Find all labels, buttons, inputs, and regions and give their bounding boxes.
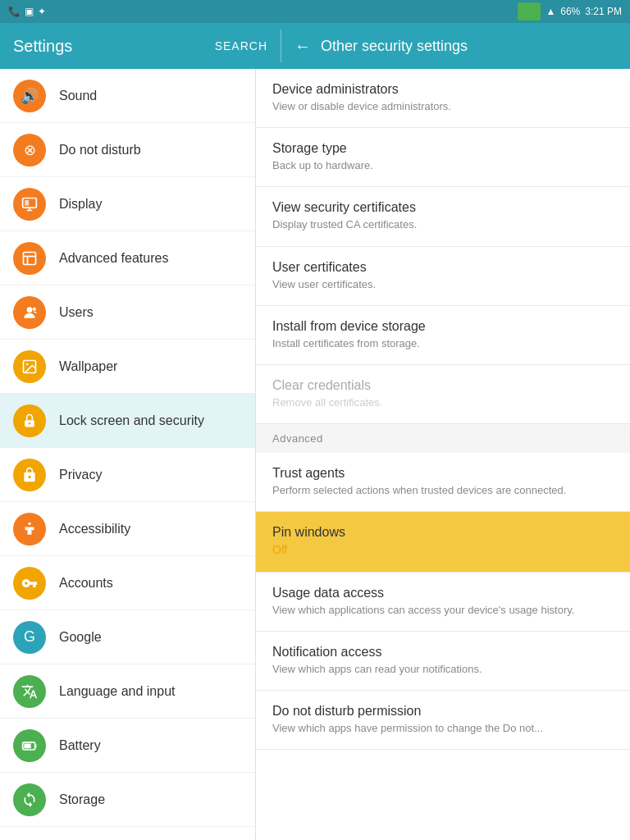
clear-credentials-title: Clear credentials <box>272 378 614 393</box>
display-icon <box>13 188 46 221</box>
content-item-notification-access[interactable]: Notification accessView which apps can r… <box>256 632 630 691</box>
sidebar-label-battery: Battery <box>59 738 101 753</box>
sidebar-item-display[interactable]: Display <box>0 177 255 231</box>
sidebar-item-advanced-features[interactable]: Advanced features <box>0 231 255 285</box>
sidebar-item-google[interactable]: GGoogle <box>0 610 255 664</box>
person-icon: ✦ <box>38 6 46 17</box>
notification-access-title: Notification access <box>272 645 614 660</box>
status-bar: 📞 ▣ ✦ ▲ 66% 3:21 PM <box>0 0 630 23</box>
sidebar-item-accounts[interactable]: Accounts <box>0 556 255 610</box>
sidebar-item-storage[interactable]: Storage <box>0 773 255 827</box>
svg-point-10 <box>29 422 31 425</box>
sidebar-item-accessibility[interactable]: Accessibility <box>0 502 255 556</box>
sidebar-item-lock-screen[interactable]: Lock screen and security <box>0 394 255 448</box>
content-item-device-administrators[interactable]: Device administratorsView or disable dev… <box>256 69 630 128</box>
header-divider <box>281 30 281 62</box>
sidebar-item-language[interactable]: Language and input <box>0 664 255 719</box>
svg-rect-0 <box>23 198 37 208</box>
storage-type-title: Storage type <box>272 141 614 156</box>
do-not-disturb-icon: ⊗ <box>13 134 46 167</box>
device-administrators-title: Device administrators <box>272 82 614 97</box>
user-certificates-subtitle: View user certificates. <box>272 277 614 292</box>
sidebar-label-sound: Sound <box>59 89 97 103</box>
usage-data-access-title: Usage data access <box>272 586 614 600</box>
sidebar-item-privacy[interactable]: Privacy <box>0 448 255 502</box>
content-item-view-security-certificates[interactable]: View security certificatesDisplay truste… <box>256 187 630 246</box>
view-security-certificates-title: View security certificates <box>272 200 614 215</box>
sidebar-label-wallpaper: Wallpaper <box>59 359 117 374</box>
storage-type-subtitle: Back up to hardware. <box>272 158 614 173</box>
status-left-icons: 📞 ▣ ✦ <box>8 6 46 17</box>
content-item-usage-data-access[interactable]: Usage data accessView which applications… <box>256 573 630 632</box>
privacy-icon <box>13 459 46 491</box>
sidebar-item-wallpaper[interactable]: Wallpaper <box>0 340 255 394</box>
install-from-device-storage-subtitle: Install certificates from storage. <box>272 336 614 351</box>
sidebar-item-sound[interactable]: 🔊Sound <box>0 69 255 123</box>
pin-windows-title: Pin windows <box>272 525 614 540</box>
page-title: Other security settings <box>321 38 468 55</box>
section-header-advanced-section: Advanced <box>256 424 630 453</box>
install-from-device-storage-title: Install from device storage <box>272 319 614 334</box>
sound-icon: 🔊 <box>13 80 46 112</box>
do-not-disturb-permission-subtitle: View which apps have permission to chang… <box>272 721 614 736</box>
back-button[interactable]: ← <box>294 37 311 56</box>
battery-icon <box>13 729 46 762</box>
sidebar-label-users: Users <box>59 305 94 320</box>
sidebar-item-do-not-disturb[interactable]: ⊗Do not disturb <box>0 123 255 177</box>
device-administrators-subtitle: View or disable device administrators. <box>272 99 614 114</box>
sidebar-label-accessibility: Accessibility <box>59 522 130 536</box>
sidebar-label-google: Google <box>59 630 102 645</box>
users-icon <box>13 296 46 329</box>
storage-icon <box>13 783 46 816</box>
usage-data-access-subtitle: View which applications can access your … <box>272 603 614 618</box>
header-right: ← Other security settings <box>294 37 468 56</box>
sidebar-label-privacy: Privacy <box>59 468 102 482</box>
wallpaper-icon <box>13 350 46 383</box>
content-item-do-not-disturb-permission[interactable]: Do not disturb permissionView which apps… <box>256 691 630 750</box>
advanced-features-icon <box>13 242 46 275</box>
main-layout: 🔊Sound⊗Do not disturbDisplayAdvanced fea… <box>0 69 630 840</box>
content-item-user-certificates[interactable]: User certificatesView user certificates. <box>256 247 630 306</box>
do-not-disturb-permission-title: Do not disturb permission <box>272 704 614 719</box>
trust-agents-subtitle: Perform selected actions when trusted de… <box>272 483 614 498</box>
clear-credentials-subtitle: Remove all certificates. <box>272 395 614 410</box>
svg-point-8 <box>26 363 28 365</box>
notification-access-subtitle: View which apps can read your notificati… <box>272 662 614 677</box>
search-button[interactable]: SEARCH <box>215 39 267 52</box>
content-item-clear-credentials: Clear credentialsRemove all certificates… <box>256 365 630 424</box>
sidebar-label-language: Language and input <box>59 684 175 699</box>
phone-icon: 📞 <box>8 6 21 17</box>
sidebar-label-do-not-disturb: Do not disturb <box>59 143 141 158</box>
content-item-pin-windows[interactable]: Pin windowsOff <box>256 512 630 573</box>
lock-screen-icon <box>13 404 46 437</box>
google-icon: G <box>13 621 46 654</box>
view-security-certificates-subtitle: Display trusted CA certificates. <box>272 217 614 232</box>
pin-windows-subtitle: Off <box>272 542 614 559</box>
sidebar-item-battery[interactable]: Battery <box>0 719 255 773</box>
svg-rect-13 <box>24 743 30 748</box>
sim-icon: ▣ <box>25 6 34 17</box>
svg-rect-1 <box>25 200 29 206</box>
content-item-storage-type[interactable]: Storage typeBack up to hardware. <box>256 128 630 187</box>
clock: 3:21 PM <box>585 6 622 17</box>
svg-rect-2 <box>24 252 36 264</box>
trust-agents-title: Trust agents <box>272 466 614 481</box>
sidebar: 🔊Sound⊗Do not disturbDisplayAdvanced fea… <box>0 69 256 840</box>
accessibility-icon <box>13 513 46 546</box>
app-header: Settings SEARCH ← Other security setting… <box>0 23 630 69</box>
sidebar-label-display: Display <box>59 197 102 212</box>
content-item-trust-agents[interactable]: Trust agentsPerform selected actions whe… <box>256 453 630 512</box>
content-panel: Device administratorsView or disable dev… <box>256 69 630 840</box>
svg-point-11 <box>28 522 30 524</box>
user-certificates-title: User certificates <box>272 260 614 275</box>
content-item-install-from-device-storage[interactable]: Install from device storageInstall certi… <box>256 306 630 365</box>
app-title: Settings <box>13 37 72 56</box>
status-right-icons: ▲ 66% 3:21 PM <box>518 2 622 21</box>
sidebar-label-accounts: Accounts <box>59 576 113 591</box>
header-left: Settings SEARCH <box>13 37 267 56</box>
sidebar-item-users[interactable]: Users <box>0 285 255 340</box>
green-square <box>518 2 541 21</box>
wifi-icon: ▲ <box>546 6 555 17</box>
sidebar-label-storage: Storage <box>59 792 105 807</box>
accounts-icon <box>13 567 46 600</box>
